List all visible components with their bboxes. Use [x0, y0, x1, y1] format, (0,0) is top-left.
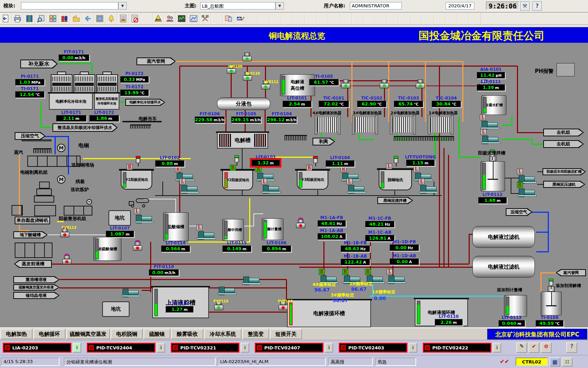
tools-button[interactable]: ⚒: [520, 1, 530, 11]
rename-icon[interactable]: ab: [234, 13, 246, 24]
pump[interactable]: L: [349, 186, 364, 192]
valve[interactable]: [279, 305, 288, 310]
pump[interactable]: L: [483, 137, 498, 143]
instrument-M1-1C-FB[interactable]: 48.21Hz: [365, 221, 394, 227]
valve[interactable]: [296, 223, 305, 228]
module-dropdown-icon[interactable]: ▼: [118, 2, 127, 9]
help-button[interactable]: ?: [532, 1, 542, 11]
pump[interactable]: L: [136, 216, 152, 222]
instrument-M1-1C-AB[interactable]: 126.81A: [365, 235, 394, 241]
find-icon[interactable]: [35, 13, 47, 24]
library-icon[interactable]: [23, 13, 35, 24]
valve[interactable]: [380, 83, 389, 88]
pump[interactable]: [123, 290, 139, 296]
pump[interactable]: L: [519, 177, 535, 182]
instrument-FIT-0171[interactable]: 0.00m3/h: [58, 54, 89, 61]
pump[interactable]: L: [389, 277, 405, 282]
alarm-info-button[interactable]: i: [241, 343, 249, 353]
instrument-M1-1A-FB[interactable]: 48.61Hz: [317, 220, 346, 227]
valve[interactable]: [416, 83, 425, 88]
status-dots-icon[interactable]: ∷: [562, 357, 573, 367]
instrument-LIT-0171[interactable]: 2.11m: [56, 115, 86, 122]
instrument-AIA-0101[interactable]: 11.42pH: [477, 72, 505, 79]
instrument-LIT-0102[interactable]: 0.88m: [155, 160, 184, 167]
instrument-FIT-0110[interactable]: 0.00m3/h: [149, 269, 179, 276]
instrument-LIT-0108[interactable]: 1.27m: [166, 306, 194, 313]
tab-电积脱铜[interactable]: 电积脱铜: [111, 329, 143, 339]
alarm-button-LIA-02203[interactable]: ⊘LIA-02203: [3, 343, 71, 353]
tanks-icon[interactable]: [59, 13, 71, 24]
valve[interactable]: [62, 259, 71, 264]
trend-icon[interactable]: [176, 13, 188, 24]
valve[interactable]: [243, 56, 252, 61]
instrument-TIC-0103[interactable]: 65.74℃: [394, 101, 423, 107]
alarm-info-button[interactable]: i: [325, 343, 333, 353]
tab-冷却水系统[interactable]: 冷却水系统: [204, 329, 241, 339]
transfer-icon[interactable]: [223, 13, 235, 24]
screen-icon[interactable]: [94, 13, 106, 24]
pump[interactable]: L: [182, 186, 197, 192]
users-icon[interactable]: [164, 13, 176, 24]
pump[interactable]: L: [264, 186, 279, 192]
instrument-LIT-TUOTONG[interactable]: 1.15m: [406, 159, 435, 166]
alarm-button-PID-TCV02404[interactable]: ⊘PID-TCV02404: [87, 343, 155, 353]
pump[interactable]: L: [421, 186, 436, 192]
tools-icon[interactable]: [200, 13, 211, 24]
print-icon[interactable]: [12, 13, 24, 24]
alarm-info-button[interactable]: i: [409, 343, 417, 353]
blocks-icon[interactable]: [47, 13, 59, 24]
instrument-LIT-0101[interactable]: 2.54m: [282, 101, 312, 107]
pump[interactable]: [244, 278, 259, 284]
pump[interactable]: [219, 288, 235, 294]
instrument-TIC-0102[interactable]: 62.90℃: [357, 101, 386, 107]
instrument-LIT-0107[interactable]: 1.087m: [106, 231, 134, 237]
instrument-M1-1A-AB[interactable]: 108.02A: [317, 233, 346, 240]
tab-酸雾吸收[interactable]: 酸雾吸收: [171, 329, 203, 339]
alarm-help-button[interactable]: ?: [566, 342, 577, 353]
instrument-LIT-0106[interactable]: 0.894m: [262, 245, 291, 252]
valve[interactable]: [60, 232, 69, 237]
ack-all-icon[interactable]: ✎: [516, 342, 527, 353]
instrument-TIC-0104[interactable]: 30.84℃: [432, 101, 461, 107]
tab-硫酸铜真空蒸发[interactable]: 硫酸铜真空蒸发: [66, 329, 110, 339]
instrument-FIT-0106[interactable]: 229.58m3/h: [195, 116, 225, 123]
instrument-LIT-0104[interactable]: 1.11m: [326, 160, 355, 167]
valve[interactable]: [341, 83, 350, 88]
exit-icon[interactable]: [0, 13, 12, 24]
instrument-LIT-0110[interactable]: 2.26m: [435, 319, 463, 326]
alarm-button-PID-TCV02407[interactable]: ⊘PID-TCV02407: [255, 343, 323, 353]
instrument-PI-0172[interactable]: 0.33MPa: [120, 76, 149, 83]
valve[interactable]: [227, 68, 236, 74]
tab-短接开关[interactable]: 短接开关: [270, 329, 302, 339]
instrument-LIT-0103[interactable]: 1.32m: [251, 159, 280, 166]
alarm-info-button[interactable]: i: [493, 343, 501, 353]
chart-icon[interactable]: [188, 13, 200, 24]
alarm-button-PID-TCV02422[interactable]: ⊘PID-TCV02422: [423, 343, 491, 353]
main-graph-dropdown-icon[interactable]: ▼: [275, 2, 284, 9]
instrument-TI-0171[interactable]: 12.54℃: [15, 91, 44, 98]
tab-硫酸镍[interactable]: 硫酸镍: [144, 329, 170, 339]
instrument-PI-0171[interactable]: 1.03MPa: [15, 79, 44, 86]
instrument-FIT-0105[interactable]: 249.15m3/h: [231, 116, 261, 123]
instrument-M1-1B-FB[interactable]: 48.63Hz: [341, 245, 370, 252]
alarm-info-button[interactable]: i: [157, 343, 165, 353]
blocked-icon[interactable]: [129, 13, 141, 24]
instrument-LIT-0172[interactable]: 1.86m: [89, 115, 119, 122]
instrument-LIT-0114[interactable]: 0.564m: [161, 245, 190, 252]
pump[interactable]: L: [482, 122, 498, 128]
deltav-icon[interactable]: DtV: [153, 13, 164, 24]
alarm-check-icon[interactable]: ✔✔: [500, 358, 509, 365]
pump[interactable]: R: [519, 190, 535, 196]
valve[interactable]: [214, 305, 223, 310]
alarm-info-button[interactable]: i: [73, 343, 81, 353]
main-graph-combo[interactable]: LB_总貌图: [200, 2, 275, 9]
module-combo[interactable]: [21, 2, 118, 9]
report-icon[interactable]: [117, 13, 129, 24]
suppress-icon[interactable]: ⊘: [541, 342, 552, 353]
valve[interactable]: [261, 84, 270, 89]
instrument-M1-1B-AB[interactable]: 122.42A: [341, 259, 370, 265]
instrument-M1-1D-AB[interactable]: 0.00A: [390, 258, 419, 265]
pump[interactable]: L: [199, 233, 214, 238]
panel-icon[interactable]: ▦: [550, 357, 560, 367]
instrument-LIT-0111[interactable]: 1.39m: [477, 84, 505, 91]
